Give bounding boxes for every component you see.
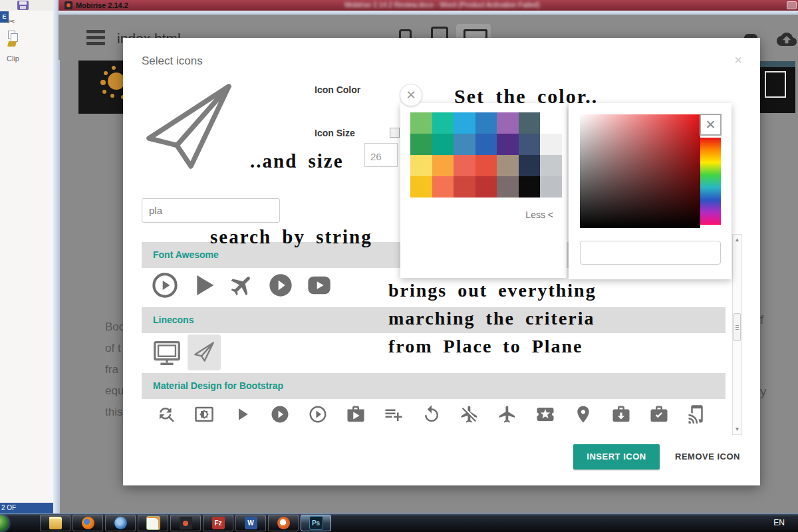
gradient-picker-popup: ✕ xyxy=(569,103,732,279)
less-link[interactable]: Less < xyxy=(525,209,553,220)
word-icon: W xyxy=(245,517,257,529)
color-swatch[interactable] xyxy=(454,155,475,176)
taskbar-button-word[interactable]: W xyxy=(235,515,266,531)
taskbar-button-mobirise[interactable] xyxy=(170,515,201,531)
settings-brightness-icon[interactable] xyxy=(194,404,214,424)
color-swatch[interactable] xyxy=(540,155,562,176)
site-header-accent xyxy=(760,61,795,67)
icon-size-input[interactable] xyxy=(364,143,398,167)
save-icon[interactable] xyxy=(17,1,29,10)
color-swatch[interactable] xyxy=(432,155,454,176)
color-swatch[interactable] xyxy=(519,134,541,155)
plane-icon[interactable] xyxy=(229,272,255,299)
hamburger-menu-icon[interactable] xyxy=(86,30,105,48)
airplanemode-active-icon[interactable] xyxy=(497,404,517,424)
play-circle-filled-icon[interactable] xyxy=(270,404,290,424)
work-download-icon[interactable] xyxy=(611,404,631,424)
color-swatch[interactable] xyxy=(454,112,475,134)
word-window: E ✂ Clip 2 OF xyxy=(0,0,59,513)
find-replace-icon[interactable] xyxy=(156,404,176,424)
work-check-icon[interactable] xyxy=(649,404,669,424)
color-swatch[interactable] xyxy=(540,176,562,198)
icon-search-input[interactable] xyxy=(142,198,280,223)
icon-size-checkbox[interactable] xyxy=(390,128,400,138)
paper-plane-preview-icon xyxy=(138,76,240,176)
copy-icon[interactable] xyxy=(8,31,15,39)
replay-icon[interactable] xyxy=(422,404,442,424)
format-painter-icon[interactable] xyxy=(7,41,17,47)
hex-color-input[interactable] xyxy=(580,241,721,265)
cut-icon[interactable]: ✂ xyxy=(7,16,15,27)
dialog-scrollbar[interactable]: ▲ ▼ xyxy=(732,234,742,435)
color-swatch[interactable] xyxy=(475,155,497,176)
scroll-down-icon[interactable]: ▼ xyxy=(733,426,741,432)
window-controls[interactable] xyxy=(787,1,797,9)
color-swatch[interactable] xyxy=(497,134,519,155)
notepad-icon xyxy=(146,516,160,530)
close-icon[interactable]: × xyxy=(730,52,746,68)
taskbar-button-notepad[interactable] xyxy=(138,515,168,531)
color-swatch[interactable] xyxy=(410,112,432,134)
color-swatch[interactable] xyxy=(410,134,432,155)
section-material-design: Material Design for Bootstrap xyxy=(142,373,726,399)
annotation-line2: marching the criteria xyxy=(388,308,595,329)
taskbar-button-firefox[interactable] xyxy=(72,515,103,531)
color-swatch[interactable] xyxy=(497,155,519,176)
gradient-close-icon[interactable]: ✕ xyxy=(700,114,722,136)
color-swatch[interactable] xyxy=(410,155,432,176)
color-swatch[interactable] xyxy=(475,176,497,198)
color-swatch[interactable] xyxy=(497,112,519,134)
saturation-square[interactable] xyxy=(580,114,700,228)
play-arrow-icon[interactable] xyxy=(232,404,252,424)
firefox-icon xyxy=(82,517,94,529)
skype-icon xyxy=(277,517,290,529)
playlist-add-icon[interactable] xyxy=(384,404,404,424)
paper-plane-icon-selected[interactable] xyxy=(188,334,221,370)
start-button[interactable] xyxy=(0,515,9,531)
remove-icon-button[interactable]: REMOVE ICON xyxy=(668,444,747,469)
color-swatch[interactable] xyxy=(454,176,475,198)
color-swatch[interactable] xyxy=(519,176,541,198)
palette-close-icon[interactable]: ✕ xyxy=(400,84,422,106)
play-circle-outline-icon[interactable] xyxy=(152,272,178,299)
color-swatch[interactable] xyxy=(410,176,432,198)
window-border xyxy=(53,0,60,513)
color-swatch[interactable] xyxy=(432,134,454,155)
color-swatch[interactable] xyxy=(432,176,454,198)
tap-and-play-icon[interactable] xyxy=(687,404,707,424)
taskbar-button-filezilla[interactable]: Fz xyxy=(203,515,233,531)
color-swatch[interactable] xyxy=(497,176,519,198)
palette-grid xyxy=(410,112,562,198)
publish-cloud-icon[interactable] xyxy=(777,31,797,48)
annotation-search: search by string xyxy=(210,226,372,248)
youtube-play-icon[interactable] xyxy=(306,272,332,299)
site-menu-button-fragment xyxy=(765,71,786,98)
color-swatch[interactable] xyxy=(519,155,541,176)
window-title: Mobirise 2.14.2 xyxy=(76,1,128,9)
taskbar-button-skype[interactable] xyxy=(268,515,299,531)
taskbar-button-thunderbird[interactable] xyxy=(105,515,136,531)
display-icon[interactable] xyxy=(152,336,182,369)
play-circle-outline-icon[interactable] xyxy=(308,404,328,424)
shop-icon[interactable] xyxy=(346,404,366,424)
airplanemode-inactive-icon[interactable] xyxy=(460,404,479,424)
color-swatch[interactable] xyxy=(475,112,497,134)
scrollbar-thumb[interactable] xyxy=(733,313,741,341)
filezilla-icon: Fz xyxy=(212,517,225,529)
play-circle-icon[interactable] xyxy=(267,272,294,299)
language-indicator[interactable]: EN xyxy=(773,518,785,527)
taskbar-button-photoshop[interactable]: Ps xyxy=(301,515,331,531)
color-swatch[interactable] xyxy=(519,112,541,134)
color-swatch[interactable] xyxy=(540,134,562,155)
taskbar-button-explorer[interactable] xyxy=(40,515,70,531)
hue-slider[interactable] xyxy=(700,138,721,225)
place-icon[interactable] xyxy=(573,404,593,424)
play-icon[interactable] xyxy=(192,272,218,299)
local-play-icon[interactable] xyxy=(535,404,555,424)
photoshop-icon: Ps xyxy=(309,516,323,530)
color-swatch[interactable] xyxy=(432,112,454,134)
color-swatch[interactable] xyxy=(475,134,497,155)
scroll-up-icon[interactable]: ▲ xyxy=(733,237,741,243)
color-swatch[interactable] xyxy=(454,134,475,155)
insert-icon-button[interactable]: INSERT ICON xyxy=(573,444,660,469)
